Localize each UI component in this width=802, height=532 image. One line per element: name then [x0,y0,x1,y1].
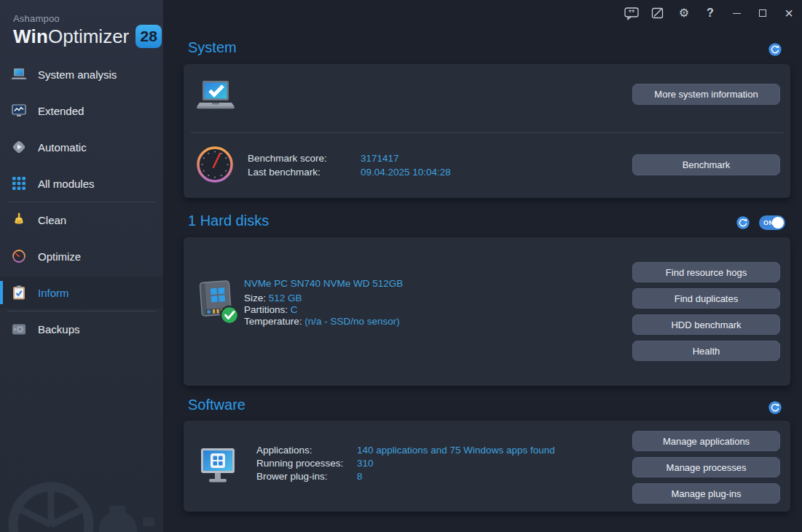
brand-ashampoo: Ashampoo [13,13,162,24]
sidebar-item-system-analysis[interactable]: System analysis [0,58,164,90]
applications-monitor-icon [200,445,236,486]
clipboard-check-icon [10,284,28,301]
hdd-benchmark-button[interactable]: HDD benchmark [632,314,780,335]
manage-plugins-button[interactable]: Manage plug-ins [632,483,780,504]
sidebar-item-label: Extended [38,105,84,117]
disk-size-row: Size: 512 GB [244,293,302,303]
refresh-icon [768,401,782,414]
processes-label: Running processes: [256,458,343,469]
sidebar-divider [7,311,157,311]
help-icon: ? [707,7,714,19]
help-button[interactable]: ? [697,2,723,24]
close-icon: × [785,6,793,20]
sidebar-item-label: All modules [38,178,95,190]
monitor-chart-icon [10,102,28,119]
refresh-hard-disks-button[interactable] [736,216,750,229]
last-benchmark-value: 09.04.2025 10:04:28 [361,167,451,178]
brand-optimizer: Optimizer [48,25,129,48]
sidebar-item-label: Optimize [38,250,81,263]
version-badge: 28 [135,25,162,48]
applications-label: Applications: [256,445,312,456]
grid-icon [10,175,28,192]
minimize-button[interactable] [723,2,750,24]
refresh-icon [736,216,750,229]
disk-temperature-row: Temperature: (n/a - SSD/no sensor) [244,316,400,327]
hard-disks-toggle[interactable]: ON [759,215,785,230]
toggle-knob [772,217,784,229]
decorative-gears [0,437,164,532]
system-card: More system information Benchmark score:… [184,64,790,198]
laptop-check-icon [196,80,235,114]
sidebar-item-label: Automatic [38,141,87,154]
sidebar-item-inform[interactable]: Inform [0,277,164,309]
card-divider [191,132,783,133]
hard-disks-card: NVMe PC SN740 NVMe WD 512GB Size: 512 GB… [184,237,790,386]
temperature-label: Temperature: [244,316,302,327]
svg-text:**: ** [629,8,635,17]
partitions-value: C [291,304,298,315]
last-benchmark-label: Last benchmark: [248,167,321,178]
notes-button[interactable] [645,2,671,24]
laptop-icon [10,65,28,83]
maximize-icon [759,9,766,17]
minimize-icon [733,13,741,14]
disk-name-link[interactable]: NVMe PC SN740 NVMe WD 512GB [244,278,403,289]
sidebar-item-label: System analysis [38,68,117,81]
sidebar-divider [7,202,157,202]
benchmark-score-label: Benchmark score: [248,153,327,164]
find-duplicates-button[interactable]: Find duplicates [632,288,780,309]
edit-note-icon [651,7,664,20]
temperature-value: (n/a - SSD/no sensor) [304,316,400,327]
sidebar-item-label: Backups [38,323,80,336]
find-resource-hogs-button[interactable]: Find resource hogs [632,262,780,282]
applications-value: 140 applications and 75 Windows apps fou… [357,445,555,456]
hard-disk-icon [195,279,240,326]
plugins-label: Brower plug-ins: [256,471,328,482]
feedback-icon: ** [624,7,639,20]
sidebar-item-automatic[interactable]: Automatic [0,131,164,163]
disk-partitions-row: Partitions: C [244,304,298,315]
broom-icon [10,211,28,229]
speedometer-icon [10,247,28,265]
benchmark-score-value: 3171417 [361,153,399,164]
maximize-button[interactable] [750,2,776,24]
gear-icon: ⚙ [679,7,689,19]
partitions-label: Partitions: [244,304,288,315]
close-button[interactable]: × [776,2,802,24]
settings-button[interactable]: ⚙ [671,2,697,24]
manage-processes-button[interactable]: Manage processes [632,457,780,477]
section-title-software: Software [188,397,245,413]
section-title-hard-disks: 1 Hard disks [188,213,269,229]
sidebar-item-all-modules[interactable]: All modules [0,167,164,199]
window-controls: ** ⚙ ? × [618,1,802,25]
benchmark-button[interactable]: Benchmark [632,154,780,175]
processes-value: 310 [357,458,374,469]
plugins-value: 8 [357,471,363,482]
refresh-icon [768,43,782,56]
software-card: Applications: Running processes: Brower … [184,421,790,512]
size-label: Size: [244,293,266,303]
sidebar-item-optimize[interactable]: Optimize [0,240,164,272]
sidebar-item-clean[interactable]: Clean [0,204,164,236]
size-value: 512 GB [269,293,302,303]
section-title-system: System [188,39,237,56]
refresh-software-button[interactable] [768,401,782,414]
app-logo: Ashampoo WinOptimizer 28 [13,13,162,48]
feedback-button[interactable]: ** [618,2,645,24]
more-system-information-button[interactable]: More system information [632,84,780,105]
refresh-system-button[interactable] [768,43,782,56]
sidebar-item-extended[interactable]: Extended [0,95,164,127]
sidebar-item-label: Inform [38,287,69,299]
camera-icon [10,320,28,338]
benchmark-gauge-icon [196,146,234,183]
sidebar: Ashampoo WinOptimizer 28 System analysis… [0,0,164,532]
sidebar-item-backups[interactable]: Backups [0,313,164,345]
sidebar-item-label: Clean [38,214,66,226]
manage-applications-button[interactable]: Manage applications [632,431,780,451]
health-button[interactable]: Health [632,341,780,361]
brand-win: Win [13,25,48,48]
gear-play-icon [10,138,28,156]
